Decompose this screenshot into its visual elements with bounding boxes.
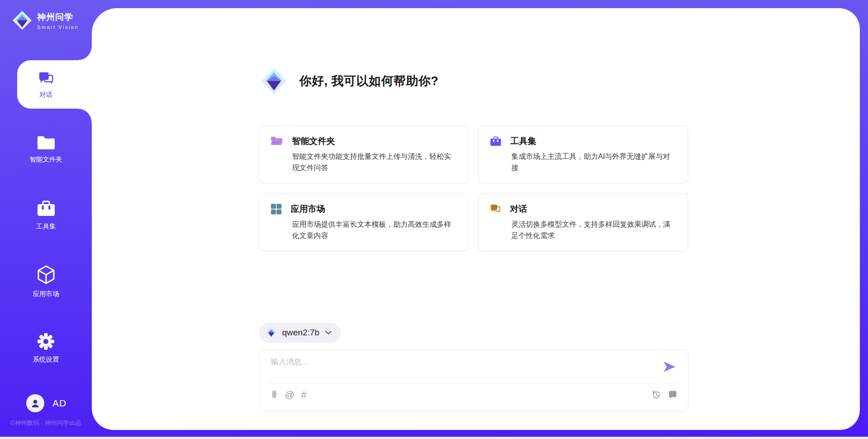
sidebar-item-label: 工具集	[36, 222, 56, 231]
sidebar-item-app-market[interactable]: 应用市场	[0, 264, 92, 298]
feature-cards: 智能文件夹 智能文件夹功能支持批量文件上传与清洗，轻松实现文件问答 工具集 集成…	[259, 125, 688, 251]
sidebar-item-smart-folder[interactable]: 智能文件夹	[0, 134, 92, 164]
model-selector[interactable]: qwen2:7b	[259, 323, 341, 343]
bottom-edge-strip	[0, 437, 868, 439]
content-column: 你好, 我可以如何帮助你? 智能文件夹 智能文件夹功能支持批量文件上传与清洗，轻…	[259, 8, 689, 430]
card-title: 应用市场	[291, 203, 325, 215]
chat-bubbles-icon	[38, 70, 55, 87]
paperclip-icon[interactable]	[270, 390, 278, 399]
send-icon[interactable]	[663, 361, 676, 372]
model-name: qwen2:7b	[282, 328, 319, 338]
history-icon[interactable]	[651, 390, 661, 399]
copyright-text: ©神州数码 · 神州问学出品	[0, 419, 92, 427]
sidebar-item-label: 系统设置	[33, 355, 59, 364]
main-panel: 你好, 我可以如何帮助你? 智能文件夹 智能文件夹功能支持批量文件上传与清洗，轻…	[92, 8, 860, 430]
brand-subtitle: Smart Vision	[37, 24, 79, 30]
brand-diamond-icon	[12, 10, 33, 31]
card-description: 智能文件夹功能支持批量文件上传与清洗，轻松实现文件问答	[292, 151, 458, 174]
message-input[interactable]	[271, 357, 646, 379]
card-title: 智能文件夹	[292, 135, 335, 147]
card-description: 灵活切换多模型文件，支持多样回复效果调试，满足个性化需求	[511, 219, 677, 242]
hashtag-icon[interactable]: #	[301, 390, 307, 399]
card-title: 对话	[510, 203, 527, 215]
message-composer: @ #	[259, 349, 689, 412]
user-name: AD	[52, 398, 66, 409]
sidebar-item-label: 应用市场	[33, 290, 59, 298]
cube-icon	[36, 264, 57, 285]
briefcase-icon	[36, 200, 56, 218]
gear-icon	[37, 332, 55, 351]
card-title: 工具集	[510, 135, 536, 147]
sidebar-item-settings[interactable]: 系统设置	[0, 332, 92, 364]
composer-divider	[269, 383, 679, 383]
sidebar-item-label: 智能文件夹	[29, 155, 62, 164]
user-account[interactable]: AD	[26, 394, 66, 412]
card-description: 集成市场上主流工具，助力AI与外界无缝扩展与对接	[511, 151, 677, 174]
sidebar-item-label: 对话	[39, 91, 52, 99]
brand-logo: 神州问学 Smart Vision	[12, 10, 79, 31]
folder-icon	[36, 134, 56, 151]
avatar	[26, 394, 44, 412]
folder-open-icon	[270, 136, 283, 147]
sidebar-item-toolset[interactable]: 工具集	[0, 200, 92, 231]
briefcase-icon	[490, 136, 502, 147]
chat-bubbles-icon	[490, 203, 501, 215]
brand-name: 神州问学	[37, 11, 79, 23]
model-diamond-icon	[265, 327, 277, 339]
card-app-market[interactable]: 应用市场 应用市场提供丰富长文本模板，助力高效生成多样化文章内容	[259, 193, 469, 251]
chevron-down-icon	[325, 330, 332, 335]
sidebar-item-chat[interactable]: 对话	[17, 60, 92, 109]
brand-diamond-icon	[260, 67, 288, 95]
mention-icon[interactable]: @	[285, 390, 294, 399]
card-description: 应用市场提供丰富长文本模板，助力高效生成多样化文章内容	[292, 219, 458, 242]
greeting-title: 你好, 我可以如何帮助你?	[299, 73, 439, 89]
comment-icon[interactable]	[668, 390, 677, 399]
card-toolset[interactable]: 工具集 集成市场上主流工具，助力AI与外界无缝扩展与对接	[478, 125, 688, 183]
sidebar: 神州问学 Smart Vision 对话 智能文件夹 工具集 应用市场 系统设置	[0, 0, 92, 439]
card-chat[interactable]: 对话 灵活切换多模型文件，支持多样回复效果调试，满足个性化需求	[478, 193, 688, 251]
grid-tiles-icon	[270, 203, 282, 215]
greeting: 你好, 我可以如何帮助你?	[260, 67, 439, 95]
card-smart-folder[interactable]: 智能文件夹 智能文件夹功能支持批量文件上传与清洗，轻松实现文件问答	[259, 125, 469, 183]
